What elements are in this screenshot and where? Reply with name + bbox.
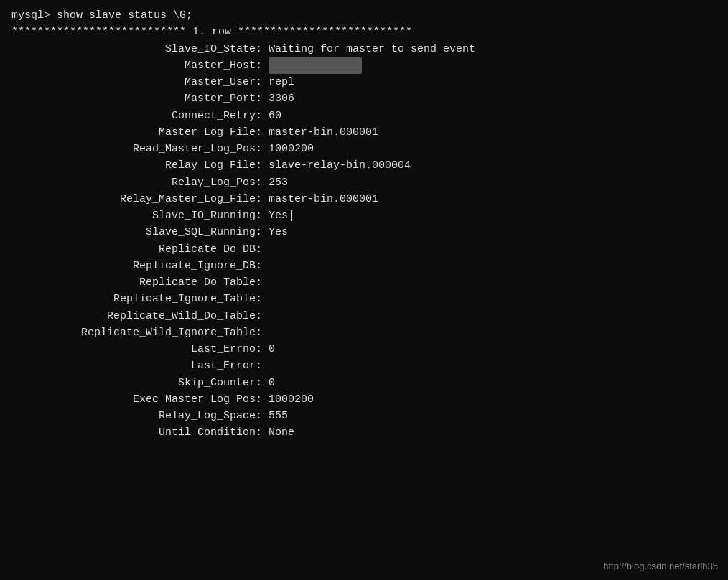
table-row: Master_Log_File: master-bin.000001 — [11, 124, 717, 141]
table-row: Read_Master_Log_Pos: 1000200 — [11, 141, 717, 157]
table-row: Last_Error: — [11, 357, 717, 374]
row-colon: : — [256, 360, 269, 372]
row-value: Yes — [269, 210, 288, 222]
row-colon: : — [256, 93, 269, 105]
terminal: mysql> show slave status \G; ***********… — [0, 0, 728, 580]
row-colon: : — [256, 126, 269, 139]
row-value: master-bin.000001 — [269, 193, 378, 205]
table-row: Relay_Log_Pos: 253 — [11, 174, 717, 191]
row-colon: : — [256, 410, 269, 422]
row-key: Slave_IO_Running — [11, 207, 256, 224]
row-colon: : — [256, 260, 269, 272]
row-value: 1000200 — [269, 393, 314, 406]
row-key: Master_Host — [11, 57, 256, 74]
row-value: ██████████████ — [269, 60, 362, 72]
row-value: 253 — [269, 177, 288, 189]
row-colon: : — [256, 177, 269, 189]
row-key: Master_Log_File — [11, 124, 256, 141]
row-colon: : — [256, 226, 269, 238]
row-key: Replicate_Ignore_DB — [11, 258, 256, 274]
row-key: Skip_Counter — [11, 375, 256, 391]
table-row: Replicate_Ignore_DB: — [11, 258, 717, 274]
table-row: Skip_Counter: 0 — [11, 375, 717, 391]
row-colon: : — [256, 327, 269, 339]
row-value: 1000200 — [269, 143, 314, 155]
row-key: Read_Master_Log_Pos — [11, 141, 256, 157]
row-value: 0 — [269, 377, 275, 389]
row-colon: : — [256, 293, 269, 305]
row-value: 60 — [269, 110, 281, 122]
table-row: Replicate_Ignore_Table: — [11, 291, 717, 307]
table-row: Replicate_Do_Table: — [11, 274, 717, 291]
rows-container: Slave_IO_State: Waiting for master to se… — [11, 41, 717, 441]
row-colon: : — [256, 377, 269, 389]
row-colon: : — [256, 210, 269, 222]
table-row: Master_Host: ██████████████ — [11, 57, 717, 74]
row-key: Replicate_Wild_Do_Table — [11, 308, 256, 324]
table-row: Relay_Log_File: slave-relay-bin.000004 — [11, 157, 717, 174]
row-key: Last_Errno — [11, 341, 256, 357]
row-value: 0 — [269, 343, 275, 355]
row-colon: : — [256, 76, 269, 88]
row-value: 3306 — [269, 93, 294, 105]
row-value: master-bin.000001 — [269, 126, 378, 139]
row-value: repl — [269, 76, 294, 88]
row-colon: : — [256, 393, 269, 406]
row-key: Relay_Log_Space — [11, 408, 256, 424]
row-key: Relay_Log_File — [11, 157, 256, 174]
row-key: Master_User — [11, 74, 256, 90]
table-row: Replicate_Wild_Ignore_Table: — [11, 324, 717, 341]
row-key: Replicate_Do_DB — [11, 241, 256, 258]
table-row: Relay_Master_Log_File: master-bin.000001 — [11, 191, 717, 207]
row-colon: : — [256, 143, 269, 155]
row-key: Slave_SQL_Running — [11, 224, 256, 240]
row-value: None — [269, 426, 294, 439]
row-key: Relay_Master_Log_File — [11, 191, 256, 207]
table-row: Slave_IO_Running: Yes — [11, 207, 717, 224]
row-colon: : — [256, 426, 269, 439]
table-row: Slave_SQL_Running: Yes — [11, 224, 717, 240]
row-value: Yes — [269, 226, 288, 238]
row-colon: : — [256, 159, 269, 172]
row-key: Slave_IO_State — [11, 41, 256, 57]
row-key: Replicate_Wild_Ignore_Table — [11, 324, 256, 341]
table-row: Last_Errno: 0 — [11, 341, 717, 357]
row-colon: : — [256, 193, 269, 205]
table-row: Replicate_Do_DB: — [11, 241, 717, 258]
watermark: http://blog.csdn.net/starlh35 — [603, 561, 718, 571]
table-row: Replicate_Wild_Do_Table: — [11, 308, 717, 324]
redacted-value: ██████████████ — [269, 57, 362, 74]
row-key: Exec_Master_Log_Pos — [11, 391, 256, 408]
row-colon: : — [256, 343, 269, 355]
text-cursor — [291, 210, 292, 221]
row-colon: : — [256, 110, 269, 122]
row-key: Connect_Retry — [11, 108, 256, 124]
row-value: 555 — [269, 410, 288, 422]
row-colon: : — [256, 43, 269, 55]
row-colon: : — [256, 276, 269, 289]
row-value: Waiting for master to send event — [269, 43, 475, 55]
row-key: Master_Port — [11, 90, 256, 107]
row-key: Relay_Log_Pos — [11, 174, 256, 191]
row-colon: : — [256, 243, 269, 256]
table-row: Until_Condition: None — [11, 424, 717, 441]
table-row: Connect_Retry: 60 — [11, 108, 717, 124]
row-key: Until_Condition — [11, 424, 256, 441]
row-value: slave-relay-bin.000004 — [269, 159, 411, 172]
table-row: Master_User: repl — [11, 74, 717, 90]
row-colon: : — [256, 310, 269, 322]
table-row: Slave_IO_State: Waiting for master to se… — [11, 41, 717, 57]
row-key: Last_Error — [11, 357, 256, 374]
row-key: Replicate_Do_Table — [11, 274, 256, 291]
separator-line: *************************** 1. row *****… — [11, 24, 717, 40]
table-row: Master_Port: 3306 — [11, 90, 717, 107]
prompt-line: mysql> show slave status \G; — [11, 7, 717, 24]
row-key: Replicate_Ignore_Table — [11, 291, 256, 307]
row-colon: : — [256, 60, 269, 72]
table-row: Relay_Log_Space: 555 — [11, 408, 717, 424]
table-row: Exec_Master_Log_Pos: 1000200 — [11, 391, 717, 408]
